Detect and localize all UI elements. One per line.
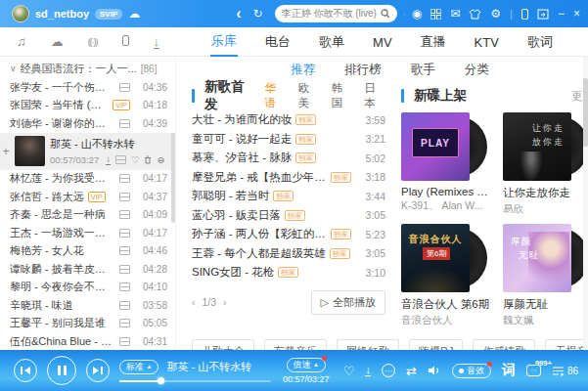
play-mode-icon[interactable]: ⇄ (406, 365, 417, 377)
scrollbar-thumb[interactable] (583, 78, 588, 147)
play-all-button[interactable]: ▷ 全部播放 (311, 290, 385, 315)
album-card[interactable]: 音浪合伙人 第6期 音浪合伙人 第6期 音浪合伙人 (401, 224, 491, 327)
tab-live[interactable]: 直播 (420, 27, 447, 56)
more-options-icon[interactable]: ⋯ (382, 364, 395, 377)
mv-icon[interactable] (119, 210, 130, 219)
comments-button[interactable]: ⋯ 999+ (526, 365, 541, 376)
minimize-icon[interactable]: − (558, 8, 565, 20)
tab-ktv[interactable]: KTV (474, 29, 500, 55)
mv-icon[interactable] (119, 301, 130, 310)
radio-icon[interactable]: ((·)) (88, 37, 98, 47)
mv-icon[interactable] (119, 229, 130, 238)
new-song-row[interactable]: 摩登兄弟 - 戒【热血少年电视剧片... 独家 3:18 (192, 168, 385, 188)
mobile-phone-icon[interactable] (521, 9, 528, 20)
mv-icon[interactable] (119, 246, 130, 255)
new-song-row[interactable]: 王蓉 - 每个人都是超级英雄 独家 3:05 (192, 244, 385, 264)
category-tag[interactable]: 儿歌大全 (192, 339, 254, 350)
album-card[interactable]: 厚颜 无耻 厚颜无耻 魏文姵 (503, 224, 588, 327)
back-icon[interactable]: ‹ (236, 8, 241, 20)
playlist-song-row[interactable]: 张信哲 - 路太远 VIP 04:37 (0, 188, 175, 206)
playlist-song-row[interactable]: 梅艳芳 - 女人花 04:46 (0, 242, 175, 261)
category-tag[interactable]: 无损音乐 (545, 339, 588, 350)
new-song-row[interactable]: 大壮 - 为谁而化的妆 独家 3:59 (192, 110, 385, 130)
mv-icon[interactable] (119, 119, 130, 128)
avatar[interactable] (12, 5, 29, 22)
device-icon[interactable] (122, 35, 129, 46)
new-song-row[interactable]: 孙子涵 - 两人份【彩虹的重力电视... 独家 5:23 (192, 225, 385, 244)
album-artist[interactable]: 音浪合伙人 (401, 314, 491, 327)
playlist-song-row[interactable]: 黎明 - 今夜你会不会来 (国语) 04:10 (0, 279, 175, 297)
play-queue-button[interactable]: 86 (552, 366, 578, 376)
album-card[interactable]: PLAY Play (Remixes V... K-391、 Alan W... (401, 112, 491, 216)
message-icon[interactable]: ✉ (450, 8, 460, 20)
pause-button[interactable] (47, 356, 76, 385)
tab-japanese[interactable]: 日本 (364, 81, 385, 110)
cloud-music-icon[interactable]: ☁ (51, 35, 64, 48)
progress-handle[interactable] (158, 377, 164, 384)
mini-mode-icon[interactable] (537, 9, 549, 20)
tab-music-library[interactable]: 乐库 (210, 26, 238, 57)
mv-icon[interactable] (119, 319, 130, 327)
category-tag[interactable]: 网络红歌 (337, 339, 399, 350)
mv-icon[interactable] (119, 83, 130, 92)
refresh-icon[interactable]: ↻ (253, 8, 263, 20)
mv-icon[interactable] (119, 174, 130, 183)
download-manager-icon[interactable]: ↓ (154, 35, 160, 49)
new-song-row[interactable]: 慕寒、汐音社 - 脉脉 独家 5:02 (192, 149, 385, 168)
pager-next-icon[interactable]: › (223, 296, 227, 308)
add-icon[interactable]: + (2, 145, 10, 158)
download-icon[interactable]: ↓ (106, 153, 111, 165)
main-scrollbar[interactable] (583, 57, 588, 350)
favorite-heart-icon[interactable]: ♡ (131, 154, 140, 165)
playlist-song-row[interactable]: 王杰 - 一场游戏一场梦 04:17 (0, 224, 175, 242)
speed-selector[interactable]: 倍速 ▲ (287, 358, 326, 372)
playlist-header[interactable]: ∨ 经典国语流行：一人一... [86] (0, 59, 175, 78)
player-song-title[interactable]: 那英 - 山不转水转 (166, 360, 251, 374)
tab-radio[interactable]: 电台 (264, 27, 292, 56)
skin-theme-icon[interactable] (469, 9, 481, 20)
subnav-categories[interactable]: 分类 (465, 62, 489, 78)
subnav-recommend[interactable]: 推荐 (291, 62, 315, 78)
progress-bar[interactable] (119, 380, 271, 382)
cloud-sync-icon[interactable]: ☁ (128, 8, 140, 20)
album-title[interactable]: 厚颜无耻 (503, 297, 588, 312)
sound-effect-button[interactable]: 音效 (452, 364, 491, 378)
category-tag[interactable]: 嗨爆DJ (409, 339, 463, 350)
tab-chinese[interactable]: 华语 (265, 81, 287, 110)
next-track-button[interactable] (86, 359, 110, 382)
subnav-ranking[interactable]: 排行榜 (344, 62, 382, 78)
search-input[interactable]: 李正婷 你敢不敢 (live) (275, 5, 397, 22)
apps-grid-icon[interactable] (430, 9, 441, 20)
volume-icon[interactable] (428, 365, 441, 376)
playlist-song-row[interactable]: 辛晓琪 - 味道 03:58 (0, 296, 175, 315)
playlist-song-row[interactable]: 刘德华 - 谢谢你的爱 (国语) 04:39 (0, 114, 175, 133)
favorite-heart-icon[interactable]: ♡ (343, 365, 355, 377)
album-title[interactable]: 音浪合伙人 第6期 (401, 297, 491, 312)
listen-together-icon[interactable]: ◉ (412, 8, 422, 20)
tab-playlists[interactable]: 歌单 (318, 27, 345, 56)
local-music-icon[interactable]: ♫ (17, 35, 26, 48)
remove-circle-icon[interactable]: ⊖ (157, 154, 164, 165)
playlist-song-row[interactable]: 张国荣 - 当年情 (国语) VIP 04:18 (0, 97, 175, 115)
tab-lyrics[interactable]: 歌词 (526, 27, 554, 56)
now-playing-thumbnail[interactable] (15, 136, 45, 166)
sidebar-scrollbar[interactable] (171, 133, 175, 223)
delete-trash-icon[interactable] (144, 155, 152, 164)
album-cover[interactable]: 音浪合伙人 第6期 (401, 224, 470, 292)
music-recognize-icon[interactable] (403, 8, 406, 20)
mv-icon[interactable] (115, 155, 126, 164)
playlist-song-row[interactable]: 王馨平 - 别问我是谁 05:05 (0, 315, 175, 333)
new-song-row[interactable]: 郭聪明 - 若当时 独家 3:44 (192, 187, 385, 206)
tab-western[interactable]: 欧美 (298, 81, 320, 110)
lyrics-button[interactable]: 词 (502, 362, 516, 379)
album-artist[interactable]: 易欣 (503, 202, 588, 216)
mv-icon[interactable] (119, 282, 130, 291)
pager-prev-icon[interactable]: ‹ (192, 296, 196, 308)
tab-korean[interactable]: 韩国 (331, 81, 352, 110)
playlist-song-row[interactable]: 齐秦 - 思念是一种病 04:09 (0, 206, 175, 225)
new-song-row[interactable]: SING女团 - 花枪 独家 3:10 (192, 263, 385, 282)
playlist-song-row[interactable]: 伍佰&China Blue - 浪人情歌 04:31 (0, 332, 175, 350)
album-cover[interactable]: 厚颜 无耻 (503, 224, 571, 292)
playlist-song-row[interactable]: 谭咏麟 - 披着羊皮的狼 04:28 (0, 260, 175, 279)
tab-mv[interactable]: MV (372, 29, 393, 55)
